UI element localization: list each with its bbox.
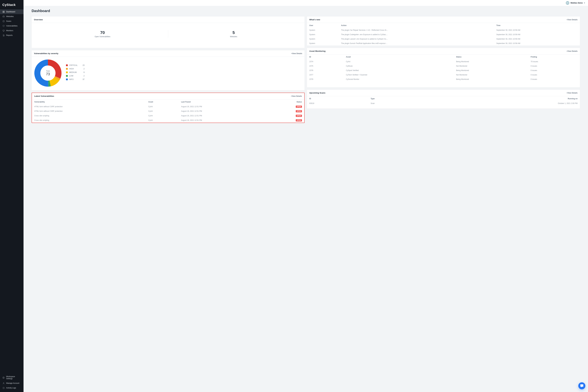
chevron-double-icon: » bbox=[291, 95, 291, 97]
metric-label: Websites bbox=[168, 36, 299, 38]
cell-last-found: August 16, 2021 12:51 PM bbox=[179, 114, 267, 118]
view-details-link[interactable]: » View Details bbox=[567, 92, 578, 94]
cell-status: Being Monitored bbox=[454, 77, 528, 82]
status-badge: OPEN bbox=[296, 106, 302, 108]
legend-row: CRITICAL23 bbox=[66, 64, 84, 66]
clock-icon bbox=[2, 387, 5, 389]
column-header: Type bbox=[368, 96, 424, 101]
cell-status: OPEN bbox=[267, 114, 304, 118]
cell-finding: 70 issues bbox=[528, 60, 580, 64]
latest-vulnerabilities-card: Latest Vulnerabilities » View Details Vu… bbox=[31, 93, 305, 123]
column-header: Action bbox=[339, 23, 494, 28]
table-row[interactable]: SystemThe plugin Codeigniter .env Exposu… bbox=[307, 32, 580, 37]
cell-asset: CyArt bbox=[146, 118, 179, 123]
chevron-double-icon: » bbox=[567, 19, 567, 20]
sidebar-item-vulnerabilities[interactable]: Vulnerabilities bbox=[0, 24, 23, 28]
table-row[interactable]: SystemThe plugin Laravel .env Exposure i… bbox=[307, 37, 580, 41]
cell-user: System bbox=[307, 32, 339, 37]
table-row[interactable]: 2375CyMusicNot Monitored0 issues bbox=[307, 64, 580, 68]
cell-id: 2374 bbox=[307, 60, 344, 64]
cell-asset: CyMusic bbox=[344, 64, 454, 68]
legend-value: 37 bbox=[81, 78, 84, 80]
status-badge: OPEN bbox=[296, 115, 302, 117]
column-header: Status bbox=[267, 100, 304, 104]
svg-rect-2 bbox=[4, 12, 4, 12]
severity-legend: CRITICAL23HIGH2MEDIUM9LOW2INFO37 bbox=[66, 64, 84, 82]
legend-value: 23 bbox=[81, 64, 84, 66]
sidebar-item-manage-account[interactable]: Manage Account bbox=[0, 381, 23, 386]
donut-total-value: 73 bbox=[46, 72, 50, 76]
gear-icon bbox=[2, 376, 5, 379]
table-row[interactable]: 2377CyTech Verified + ScannedNot Monitor… bbox=[307, 73, 580, 77]
column-header: Status bbox=[454, 54, 528, 60]
legend-row: LOW2 bbox=[66, 75, 84, 77]
cell-running-on: October 1, 2021 2:00 PM bbox=[424, 101, 580, 106]
view-details-link[interactable]: » View Details bbox=[567, 50, 578, 52]
table-row[interactable]: 2378CySocial MonitorBeing Monitored0 iss… bbox=[307, 77, 580, 82]
view-details-label: View Details bbox=[292, 95, 302, 97]
table-row[interactable]: HTML form without CSRF protectionCyArtAu… bbox=[32, 104, 304, 109]
table-row[interactable]: Cross site scriptingCyArtAugust 16, 2021… bbox=[32, 114, 304, 118]
chevron-double-icon: » bbox=[567, 92, 567, 94]
dashboard-icon bbox=[2, 10, 5, 13]
view-details-link[interactable]: » View Details bbox=[567, 19, 578, 21]
whats-new-card: What's new » View Details User Action Ti… bbox=[307, 16, 580, 46]
sidebar-item-dashboard[interactable]: Dashboard bbox=[0, 10, 23, 14]
legend-swatch bbox=[66, 64, 68, 66]
asset-monitoring-title: Asset Monitoring bbox=[309, 50, 325, 52]
metric-open-vulnerabilities: 70 Open Vulnerabilities bbox=[37, 30, 168, 38]
user-name: WebSec Demo bbox=[571, 2, 583, 4]
sidebar-item-activity-logs[interactable]: Activity Logs bbox=[0, 386, 23, 390]
severity-card: Vulnerabilities by severity » View Detai… bbox=[31, 50, 305, 90]
sidebar-item-scans[interactable]: Scans bbox=[0, 19, 23, 24]
nav-label: Manage Account bbox=[6, 382, 19, 384]
nav-label: Dashboard bbox=[6, 11, 15, 13]
user-menu[interactable]: WD WebSec Demo bbox=[566, 1, 585, 5]
whats-new-table: User Action Time SystemThe plugin Car Re… bbox=[307, 23, 580, 46]
metric-label: Open Vulnerabilities bbox=[37, 36, 168, 38]
chevron-down-icon bbox=[584, 3, 585, 4]
avatar: WD bbox=[566, 1, 569, 5]
legend-label: INFO bbox=[69, 78, 79, 80]
cell-asset: CyArt bbox=[146, 104, 179, 109]
view-details-link[interactable]: » View Details bbox=[291, 95, 302, 97]
cell-status: Being Monitored bbox=[454, 60, 528, 64]
view-details-link[interactable]: » View Details bbox=[291, 52, 302, 54]
cell-action: The plugin Laravel .env Exposure is adde… bbox=[339, 37, 494, 41]
metric-value: 70 bbox=[37, 30, 168, 35]
legend-label: CRITICAL bbox=[69, 64, 79, 66]
latest-vulns-table: Vulnerability Asset Last Found Status HT… bbox=[32, 100, 304, 123]
table-row[interactable]: 2374CyArtBeing Monitored70 issues bbox=[307, 60, 580, 64]
asset-monitoring-table: ID Asset Status Finding 2374CyArtBeing M… bbox=[307, 54, 580, 82]
legend-label: LOW bbox=[69, 75, 79, 77]
cell-action: The plugin Gurock TestRail Application f… bbox=[339, 41, 494, 46]
sidebar-item-monitors[interactable]: Monitors bbox=[0, 28, 23, 33]
nav-label: Activity Logs bbox=[6, 387, 16, 389]
cell-asset: CyArt bbox=[146, 109, 179, 114]
severity-title: Vulnerabilities by severity bbox=[34, 52, 58, 54]
table-row[interactable]: SystemThe plugin Car Repair Services < 4… bbox=[307, 28, 580, 32]
cell-user: System bbox=[307, 28, 339, 32]
topbar: WD WebSec Demo bbox=[23, 0, 588, 6]
cell-id: 2376 bbox=[307, 68, 344, 73]
cell-asset: CyArt bbox=[344, 60, 454, 64]
help-chat-button[interactable] bbox=[578, 382, 585, 389]
view-details-label: View Details bbox=[567, 50, 578, 52]
sidebar-item-workspace-settings[interactable]: Workspace Settings bbox=[0, 374, 23, 381]
cell-id: 83018 bbox=[307, 101, 368, 106]
table-row[interactable]: Cross site scriptingCyArtAugust 16, 2021… bbox=[32, 118, 304, 123]
sidebar-item-reports[interactable]: Reports bbox=[0, 33, 23, 38]
sidebar-item-websites[interactable]: Websites bbox=[0, 14, 23, 19]
svg-rect-0 bbox=[3, 11, 3, 12]
table-row[interactable]: 83018ScanOctober 1, 2021 2:00 PM bbox=[307, 101, 580, 106]
column-header: Last Found bbox=[179, 100, 267, 104]
cell-id: 2377 bbox=[307, 73, 344, 77]
table-row[interactable]: SystemThe plugin Gurock TestRail Applica… bbox=[307, 41, 580, 46]
cell-vulnerability: HTML form without CSRF protection bbox=[32, 109, 146, 114]
svg-rect-3 bbox=[3, 12, 3, 12]
column-header: User bbox=[307, 23, 339, 28]
table-row[interactable]: HTML form without CSRF protectionCyArtAu… bbox=[32, 109, 304, 114]
table-row[interactable]: 2376CySport VerifiedBeing Monitored0 iss… bbox=[307, 68, 580, 73]
cell-vulnerability: Cross site scripting bbox=[32, 114, 146, 118]
nav-label: Scans bbox=[6, 20, 11, 22]
